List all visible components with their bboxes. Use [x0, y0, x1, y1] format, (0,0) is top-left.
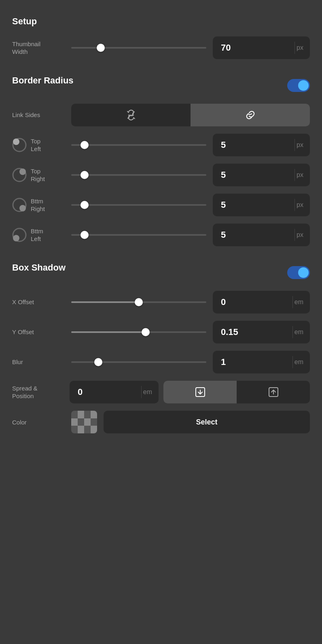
- link-sides-row: Link Sides: [12, 104, 310, 126]
- thumbnail-width-unit: px: [297, 44, 310, 51]
- svg-rect-3: [13, 139, 19, 145]
- thumbnail-width-row: ThumbnailWidth 70 px: [12, 36, 310, 59]
- color-row: Color Select: [12, 411, 310, 433]
- x-offset-row: X Offset 0 em: [12, 291, 310, 313]
- bttm-right-value-box: 5 px: [213, 194, 310, 216]
- top-right-value-box: 5 px: [213, 164, 310, 186]
- value-divider: [292, 296, 293, 308]
- bttm-right-value: 5: [213, 200, 293, 210]
- blur-value: 1: [213, 357, 291, 367]
- spread-unit: em: [143, 388, 159, 396]
- top-right-slider[interactable]: [71, 171, 206, 179]
- top-left-corner-icon: [12, 138, 27, 152]
- blur-unit: em: [294, 358, 310, 366]
- setup-section: Setup ThumbnailWidth 70 px: [12, 16, 310, 59]
- y-offset-slider[interactable]: [71, 328, 206, 336]
- value-divider: [294, 229, 295, 241]
- top-left-unit: px: [297, 141, 310, 149]
- box-shadow-header: Box Shadow: [12, 262, 310, 283]
- bttm-right-corner-icon: [12, 198, 27, 212]
- y-offset-value-box: 0.15 em: [213, 321, 310, 343]
- bttm-right-unit: px: [297, 201, 310, 209]
- color-select-btn[interactable]: Select: [104, 411, 310, 433]
- blur-label: Blur: [12, 358, 65, 366]
- border-radius-header: Border Radius: [12, 75, 310, 96]
- slider-thumb[interactable]: [142, 328, 150, 336]
- checker-cell: [84, 426, 91, 433]
- top-left-row: TopLeft 5 px: [12, 134, 310, 156]
- border-radius-toggle[interactable]: [287, 79, 310, 92]
- blur-row: Blur 1 em: [12, 351, 310, 373]
- slider-track: [71, 174, 206, 176]
- slider-thumb[interactable]: [80, 231, 89, 239]
- color-label: Color: [12, 419, 65, 426]
- link-sides-btn-group: [71, 104, 310, 126]
- blur-slider[interactable]: [71, 358, 206, 366]
- color-checker: [71, 411, 97, 433]
- value-divider: [294, 139, 295, 151]
- outset-btn[interactable]: [237, 381, 310, 403]
- box-shadow-toggle[interactable]: [287, 266, 310, 279]
- x-offset-slider[interactable]: [71, 298, 206, 306]
- bttm-right-slider[interactable]: [71, 201, 206, 209]
- checker-cell: [71, 418, 78, 426]
- checker-cell: [84, 411, 91, 418]
- svg-rect-5: [19, 168, 26, 175]
- spread-btn-group: [163, 381, 310, 403]
- bttm-left-value: 5: [213, 230, 293, 240]
- top-right-row: TopRight 5 px: [12, 164, 310, 186]
- x-offset-value-box: 0 em: [213, 291, 310, 313]
- checker-cell: [91, 426, 97, 433]
- x-offset-value: 0: [213, 297, 291, 307]
- bttm-right-row: BttmRight 5 px: [12, 194, 310, 216]
- top-left-slider[interactable]: [71, 141, 206, 149]
- checker-cell: [84, 418, 91, 426]
- top-right-corner-icon: [12, 168, 27, 182]
- y-offset-value: 0.15: [213, 327, 291, 337]
- setup-title: Setup: [12, 16, 310, 27]
- slider-track: [71, 144, 206, 146]
- border-radius-title: Border Radius: [12, 75, 74, 86]
- link-sides-btn[interactable]: [191, 104, 310, 126]
- slider-thumb[interactable]: [80, 171, 89, 179]
- link-sides-label: Link Sides: [12, 111, 65, 119]
- thumbnail-width-label: ThumbnailWidth: [12, 40, 65, 56]
- value-divider: [141, 386, 142, 398]
- slider-thumb[interactable]: [94, 358, 102, 366]
- slider-track: [71, 361, 206, 363]
- bttm-left-row: BttmLeft 5 px: [12, 224, 310, 246]
- slider-thumb[interactable]: [80, 201, 89, 209]
- box-shadow-section: Box Shadow X Offset 0 em Y Offset 0.15: [12, 262, 310, 433]
- y-offset-unit: em: [294, 328, 310, 336]
- top-right-value: 5: [213, 170, 293, 180]
- svg-rect-9: [13, 235, 19, 241]
- bttm-left-slider[interactable]: [71, 231, 206, 239]
- top-right-unit: px: [297, 171, 310, 179]
- svg-rect-7: [19, 205, 26, 211]
- value-divider: [294, 199, 295, 211]
- top-left-label: TopLeft: [31, 137, 41, 153]
- slider-thumb[interactable]: [97, 44, 105, 52]
- bttm-left-label: BttmLeft: [31, 227, 43, 243]
- toggle-knob: [298, 267, 309, 278]
- slider-track: [71, 204, 206, 206]
- slider-thumb[interactable]: [135, 298, 143, 306]
- bttm-left-unit: px: [297, 231, 310, 239]
- value-divider: [292, 326, 293, 338]
- slider-thumb[interactable]: [80, 141, 89, 149]
- checker-cell: [78, 411, 84, 418]
- checker-cell: [91, 418, 97, 426]
- unlink-sides-btn[interactable]: [71, 104, 191, 126]
- thumbnail-width-slider[interactable]: [71, 44, 206, 52]
- box-shadow-title: Box Shadow: [12, 262, 66, 273]
- inset-btn[interactable]: [163, 381, 237, 403]
- bttm-right-label: BttmRight: [31, 197, 45, 213]
- checker-cell: [71, 411, 78, 418]
- top-left-value: 5: [213, 140, 293, 150]
- slider-track: [71, 301, 206, 303]
- blur-value-box: 1 em: [213, 351, 310, 373]
- value-divider: [292, 356, 293, 368]
- toggle-knob: [298, 80, 309, 91]
- thumbnail-width-value-box: 70 px: [213, 36, 310, 59]
- slider-track: [71, 47, 206, 49]
